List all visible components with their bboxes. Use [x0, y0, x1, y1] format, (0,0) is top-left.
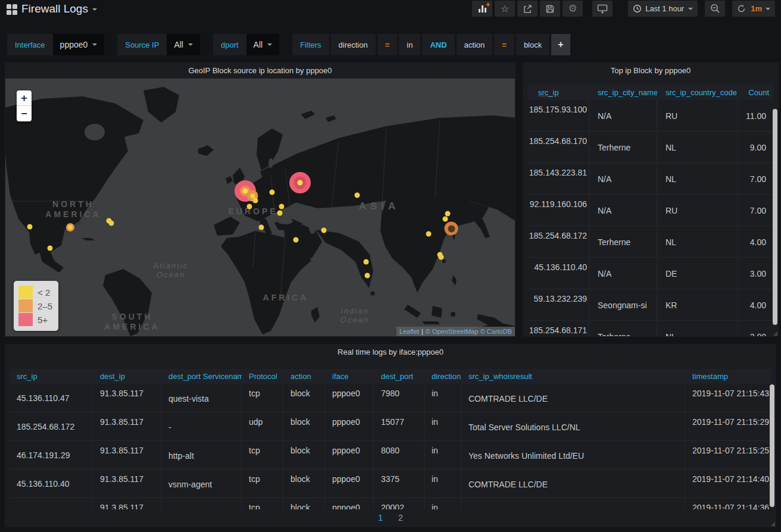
panel-resize-handle[interactable] — [773, 331, 777, 336]
map-marker[interactable] — [279, 204, 285, 209]
top-ip-table-header: src_ipsrc_ip_city_namesrc_ip_country_cod… — [527, 85, 774, 100]
column-header[interactable]: dest_port Servicename — [161, 372, 242, 381]
table-cell: udp — [242, 412, 283, 440]
column-header[interactable]: action — [283, 372, 325, 381]
panel-resize-handle[interactable] — [771, 522, 775, 526]
column-header[interactable]: direction — [424, 372, 461, 381]
top-ip-scrollbar[interactable] — [773, 109, 777, 325]
logs-scrollbar[interactable] — [770, 384, 774, 507]
column-header[interactable]: dest_ip — [93, 372, 161, 381]
map-marker[interactable] — [439, 255, 444, 260]
dashboard-settings-button[interactable]: ⚙ — [563, 1, 583, 17]
map-marker[interactable] — [66, 223, 74, 231]
table-cell: block — [283, 412, 325, 440]
osm-link[interactable]: © OpenStreetMap — [426, 328, 479, 335]
adhoc-token-key[interactable]: direction — [331, 34, 376, 55]
map-marker[interactable] — [247, 204, 252, 209]
top-ip-table-body: 185.175.93.100N/ARU11.00185.254.68.170Te… — [527, 100, 774, 336]
table-cell: 91.3.85.117 — [93, 470, 161, 497]
cycle-view-mode-button[interactable] — [592, 1, 613, 17]
variable-interface-value[interactable]: pppoe0 — [53, 34, 105, 55]
zoom-out-time-button[interactable] — [705, 1, 725, 17]
table-cell: Total Server Solutions LLC/NL — [461, 412, 685, 440]
star-dashboard-button[interactable]: ☆ — [495, 1, 515, 17]
adhoc-token-value[interactable]: in — [399, 34, 420, 55]
map-marker[interactable] — [364, 259, 369, 265]
column-header[interactable]: src_ip — [10, 372, 93, 381]
map-zoom-control: + − — [17, 90, 32, 121]
variable-dport-value[interactable]: All — [246, 34, 280, 55]
table-cell: 91.3.85.117 — [93, 412, 161, 440]
add-filter-button[interactable]: + — [551, 34, 570, 55]
column-header[interactable]: dest_port — [374, 372, 424, 381]
column-header[interactable]: timestamp — [685, 372, 771, 381]
column-header[interactable]: src_ip — [527, 88, 589, 97]
column-header[interactable]: src_ip_country_code — [657, 88, 738, 97]
realtime-logs-panel-title[interactable]: Real time logs by iface:pppoe0 — [5, 344, 776, 360]
refresh-picker[interactable]: 1m — [732, 1, 775, 17]
legend-label: 2–5 — [38, 301, 52, 311]
map-marker[interactable] — [253, 198, 258, 204]
column-header[interactable]: Protocol — [242, 372, 283, 381]
map-marker[interactable] — [109, 221, 114, 226]
grafana-logo-icon[interactable] — [7, 4, 17, 14]
leaflet-link[interactable]: Leaflet — [399, 328, 419, 335]
map-marker[interactable] — [289, 172, 311, 193]
map-canvas[interactable]: + − < 22–55+ Leaflet|© OpenStreetMap © C… — [5, 79, 515, 336]
map-marker[interactable] — [270, 190, 275, 195]
map-marker[interactable] — [355, 193, 360, 198]
variable-dport: dport All — [213, 34, 279, 55]
map-marker[interactable] — [277, 211, 283, 216]
map-marker[interactable] — [48, 246, 53, 251]
adhoc-token-op[interactable]: = — [377, 34, 398, 55]
time-range-picker[interactable]: Last 1 hour — [628, 1, 698, 17]
map-marker[interactable] — [293, 237, 299, 243]
table-cell: COMTRADE LLC/DE — [461, 384, 685, 412]
table-cell: 8080 — [374, 441, 424, 469]
map-marker[interactable] — [445, 211, 451, 217]
zoom-in-button[interactable]: + — [17, 90, 32, 106]
share-dashboard-button[interactable] — [517, 1, 538, 17]
column-header[interactable]: iface — [325, 372, 374, 381]
dashboard-title[interactable]: Firewall Logs — [21, 2, 97, 15]
add-panel-button[interactable]: + — [472, 1, 492, 17]
geoip-map-panel-title[interactable]: GeoIP Block source ip location by pppoe0 — [5, 62, 516, 79]
refresh-icon — [737, 4, 746, 13]
table-cell: NL — [657, 132, 738, 162]
table-cell: block — [283, 384, 325, 412]
adhoc-token-op[interactable]: = — [494, 34, 514, 55]
variable-dport-label: dport — [213, 34, 246, 55]
table-cell: COMTRADE LLC/DE — [461, 470, 685, 497]
variable-source-ip-value[interactable]: All — [167, 34, 200, 55]
table-cell: 2019-11-07 21:14:40 — [685, 470, 771, 497]
map-marker[interactable] — [445, 222, 458, 236]
adhoc-token-value[interactable]: block — [516, 34, 549, 55]
table-cell: 2.00 — [738, 321, 774, 336]
table-cell: 20002 — [374, 498, 424, 509]
plus-icon: + — [486, 2, 490, 8]
table-cell: 91.3.85.117 — [93, 498, 161, 509]
variable-interface: Interface pppoe0 — [7, 34, 104, 55]
column-header[interactable]: src_ip_whoisresult — [461, 372, 685, 381]
page-2[interactable]: 2 — [398, 513, 403, 522]
map-marker[interactable] — [321, 228, 327, 233]
table-cell: 185.254.68.170 — [527, 132, 589, 162]
column-header[interactable]: src_ip_city_name — [589, 88, 657, 97]
map-marker[interactable] — [443, 217, 448, 222]
column-header[interactable]: Count — [738, 88, 774, 97]
save-dashboard-button[interactable] — [540, 1, 560, 17]
map-marker[interactable] — [365, 273, 370, 278]
map-marker[interactable] — [259, 225, 264, 230]
adhoc-token-cond[interactable]: AND — [422, 34, 454, 55]
top-ip-panel-title[interactable]: Top ip Block by pppoe0 — [523, 62, 779, 79]
map-marker[interactable] — [27, 224, 33, 230]
carto-link[interactable]: © CartoDB — [480, 328, 512, 335]
adhoc-token-key[interactable]: action — [457, 34, 493, 55]
table-cell — [10, 498, 93, 509]
table-cell: Terherne — [589, 226, 657, 257]
table-cell: 2019-11-07 21:15:43 — [685, 384, 771, 412]
page-1[interactable]: 1 — [378, 513, 383, 522]
zoom-out-button[interactable]: − — [17, 106, 32, 121]
table-cell: DE — [657, 258, 738, 289]
map-marker[interactable] — [426, 231, 432, 237]
